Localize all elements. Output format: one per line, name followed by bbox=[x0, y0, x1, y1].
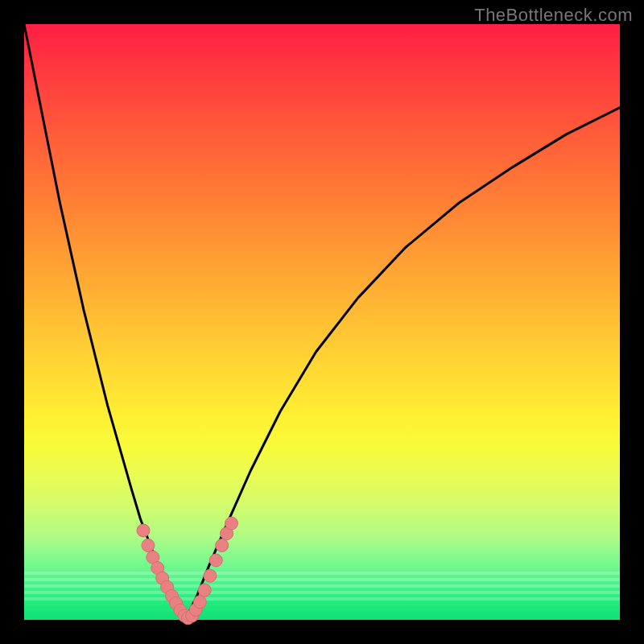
plot-area bbox=[24, 24, 620, 620]
marker-point bbox=[137, 524, 150, 537]
marker-series bbox=[137, 517, 238, 625]
marker-point bbox=[204, 569, 217, 582]
curve-left bbox=[24, 24, 185, 620]
marker-point bbox=[142, 539, 155, 552]
watermark-text: TheBottleneck.com bbox=[474, 5, 633, 26]
marker-point bbox=[193, 596, 206, 609]
marker-point bbox=[216, 539, 229, 552]
curve-right bbox=[185, 108, 620, 620]
chart-frame: TheBottleneck.com bbox=[0, 0, 644, 644]
left-curve-path bbox=[24, 24, 185, 620]
curves-layer bbox=[24, 24, 620, 620]
marker-point bbox=[209, 554, 222, 567]
right-curve-path bbox=[185, 108, 620, 620]
marker-point bbox=[225, 517, 238, 530]
marker-point bbox=[198, 584, 211, 597]
